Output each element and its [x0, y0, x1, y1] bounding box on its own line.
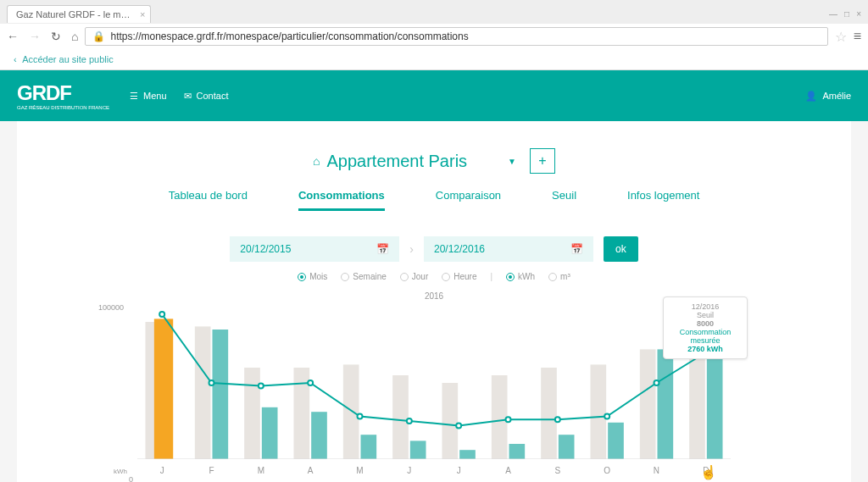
date-end-input[interactable]: 20/12/2016 📅	[424, 236, 593, 262]
app-header: GRDF GAZ RÉSEAU DISTRIBUTION FRANCE ☰ Me…	[0, 70, 868, 121]
svg-rect-9	[591, 364, 607, 459]
location-selector[interactable]: ⌂ Appartement Paris ▼	[313, 152, 516, 171]
bookmark-icon[interactable]: ☆	[835, 29, 847, 45]
granularity-row: Mois Semaine Jour Heure | kWh m³	[51, 272, 817, 281]
envelope-icon: ✉	[184, 91, 192, 102]
svg-rect-15	[361, 435, 377, 459]
svg-rect-3	[294, 368, 310, 459]
svg-rect-21	[658, 349, 674, 459]
ok-button[interactable]: ok	[604, 236, 638, 262]
tab-housing-info[interactable]: Infos logement	[627, 189, 699, 211]
contact-label: Contact	[197, 91, 229, 101]
browser-chrome: Gaz Naturel GRDF - le m… × — □ × ← → ↻ ⌂…	[0, 0, 868, 70]
date-range-row: 20/12/2015 📅 › 20/12/2016 📅 ok	[51, 236, 817, 262]
svg-rect-7	[492, 375, 508, 459]
maximize-icon[interactable]: □	[844, 9, 849, 19]
browser-menu-icon[interactable]: ≡	[854, 29, 861, 44]
tab-consumption[interactable]: Consommations	[298, 189, 385, 211]
svg-rect-14	[311, 412, 327, 459]
unit-kwh[interactable]: kWh	[506, 272, 535, 281]
chevron-left-icon: ‹	[14, 54, 17, 64]
svg-point-27	[308, 380, 313, 385]
user-name: Amélie	[822, 91, 851, 101]
svg-rect-16	[410, 440, 426, 459]
svg-rect-20	[608, 423, 624, 459]
tab-close-icon[interactable]: ×	[140, 9, 145, 19]
reload-icon[interactable]: ↻	[51, 30, 61, 43]
logo[interactable]: GRDF GAZ RÉSEAU DISTRIBUTION FRANCE	[17, 81, 109, 110]
svg-point-29	[407, 418, 412, 424]
svg-rect-8	[541, 368, 557, 459]
gran-heure[interactable]: Heure	[442, 272, 476, 281]
y-max-label: 100000	[98, 303, 124, 312]
chart-title: 2016	[425, 291, 443, 301]
back-icon[interactable]: ←	[7, 30, 19, 43]
svg-rect-2	[244, 368, 260, 459]
add-location-button[interactable]: +	[530, 148, 555, 174]
tooltip-conso-value: 2760 kWh	[672, 345, 738, 353]
url-input[interactable]: 🔒 https://monespace.grdf.fr/monespace/pa…	[85, 27, 827, 46]
minimize-icon[interactable]: —	[829, 9, 837, 19]
y-axis-unit: kWh	[114, 468, 127, 475]
lock-icon: 🔒	[92, 30, 105, 42]
nav-tabs: Tableau de bord Consommations Comparaiso…	[51, 189, 817, 211]
svg-rect-23	[154, 319, 173, 459]
svg-point-34	[654, 380, 659, 385]
radio-icon	[341, 273, 349, 281]
svg-rect-4	[343, 364, 359, 459]
tab-title: Gaz Naturel GRDF - le m…	[16, 9, 130, 19]
date-range-arrow-icon: ›	[409, 242, 414, 256]
svg-rect-5	[392, 375, 409, 459]
y-min-label: 0	[129, 475, 133, 482]
chevron-down-icon: ▼	[508, 157, 516, 166]
logo-text: GRDF	[17, 81, 71, 104]
menu-button[interactable]: ☰ Menu	[130, 91, 167, 102]
chart-container: 100000 0 kWh 2016 12/2016 Seuil 8000 Con…	[137, 307, 731, 482]
svg-rect-12	[213, 330, 229, 459]
gran-semaine[interactable]: Semaine	[341, 272, 386, 281]
svg-point-25	[209, 380, 214, 385]
svg-rect-10	[640, 349, 656, 459]
date-start-value: 20/12/2015	[240, 243, 291, 255]
close-icon[interactable]: ×	[856, 9, 861, 19]
radio-icon	[506, 273, 515, 281]
unit-m3[interactable]: m³	[548, 272, 570, 281]
svg-rect-17	[459, 450, 476, 459]
contact-button[interactable]: ✉ Contact	[184, 91, 229, 102]
user-menu[interactable]: 👤 Amélie	[805, 91, 851, 102]
url-text: https://monespace.grdf.fr/monespace/part…	[110, 30, 468, 42]
tooltip-period: 12/2016	[672, 302, 738, 311]
x-axis-labels: JFMAMJJASOND	[137, 466, 731, 475]
gran-mois[interactable]: Mois	[298, 272, 327, 281]
browser-tab[interactable]: Gaz Naturel GRDF - le m… ×	[7, 5, 151, 23]
svg-point-33	[604, 414, 609, 419]
tab-threshold[interactable]: Seuil	[552, 189, 576, 211]
svg-rect-1	[195, 326, 211, 459]
user-icon: 👤	[805, 91, 817, 102]
home-icon: ⌂	[313, 154, 320, 168]
svg-point-30	[456, 423, 461, 428]
tab-comparison[interactable]: Comparaison	[436, 189, 501, 211]
menu-label: Menu	[143, 91, 167, 101]
logo-subtitle: GAZ RÉSEAU DISTRIBUTION FRANCE	[17, 105, 109, 110]
svg-rect-18	[509, 444, 526, 459]
hamburger-icon: ☰	[130, 91, 138, 102]
public-site-link[interactable]: Accéder au site public	[22, 54, 114, 64]
radio-icon	[548, 273, 557, 281]
calendar-icon: 📅	[376, 243, 389, 255]
tooltip-seuil-label: Seuil	[672, 311, 738, 319]
forward-icon[interactable]: →	[29, 30, 41, 43]
tooltip-conso-label: Consommation mesurée	[672, 328, 738, 345]
tooltip-seuil-value: 8000	[672, 319, 738, 328]
svg-point-31	[506, 417, 511, 422]
tab-bar: Gaz Naturel GRDF - le m… × — □ ×	[0, 0, 868, 24]
chart-svg[interactable]	[137, 307, 731, 459]
plus-icon: +	[538, 153, 546, 169]
home-icon[interactable]: ⌂	[71, 30, 78, 43]
calendar-icon: 📅	[570, 243, 583, 255]
location-row: ⌂ Appartement Paris ▼ +	[51, 148, 817, 174]
location-name: Appartement Paris	[326, 152, 467, 171]
date-start-input[interactable]: 20/12/2015 📅	[230, 236, 399, 262]
gran-jour[interactable]: Jour	[400, 272, 428, 281]
tab-dashboard[interactable]: Tableau de bord	[169, 189, 248, 211]
